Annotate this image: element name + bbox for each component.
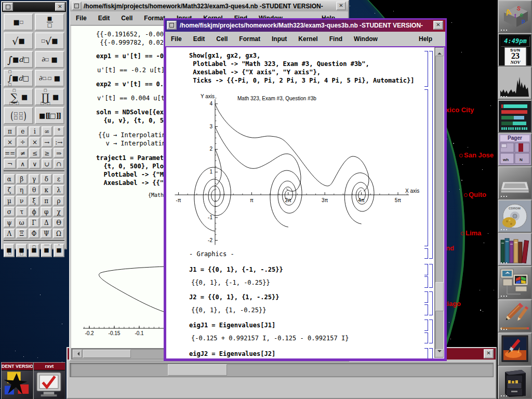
cell-bracket[interactable]	[429, 348, 433, 360]
scrollbar-thumb[interactable]	[168, 364, 227, 376]
symbol-button[interactable]: ÷	[17, 137, 28, 147]
greek-letter-button[interactable]: Ψ	[41, 229, 52, 238]
menu-item[interactable]: Find	[324, 35, 348, 43]
greek-letter-button[interactable]: ρ	[53, 196, 64, 206]
greek-letter-button[interactable]: μ	[4, 196, 15, 206]
iconified-mathematica[interactable]: DENT VERSION	[1, 362, 33, 399]
paint-tile[interactable]	[498, 332, 532, 366]
greek-letter-button[interactable]: η	[16, 185, 28, 195]
symbol-button[interactable]: ∩	[54, 159, 64, 169]
scroll-left-icon[interactable]	[73, 350, 82, 358]
power-button[interactable]: ■□	[4, 14, 33, 31]
symbol-button[interactable]: e	[17, 126, 28, 136]
menu-item[interactable]: Format	[233, 35, 266, 43]
overhat-button[interactable]: ■ˆ	[54, 244, 64, 257]
greek-letter-button[interactable]: δ	[41, 174, 52, 184]
greek-letter-button[interactable]: ζ	[4, 185, 15, 195]
cell-bracket[interactable]	[424, 276, 428, 288]
second-partial-button[interactable]: ∂□,□ ■	[35, 70, 64, 87]
vertical-scrollbar[interactable]	[434, 47, 444, 358]
cell-bracket[interactable]	[424, 248, 428, 259]
greek-letter-button[interactable]: Λ	[4, 229, 15, 238]
afterstep-logo-tile[interactable]: A S t e p	[498, 0, 532, 33]
close-icon[interactable]: ✕	[55, 3, 65, 11]
definite-integral-button[interactable]: □∫□■d□	[4, 70, 33, 87]
load-monitor-tile[interactable]	[498, 66, 532, 100]
symbol-button[interactable]: ==	[4, 148, 16, 158]
cell-bracket[interactable]	[429, 291, 433, 315]
pager-tile[interactable]: Pager wh N	[498, 133, 532, 166]
fraction-button[interactable]: ■□	[35, 14, 64, 31]
symbol-button[interactable]: ∧	[17, 159, 28, 169]
greek-letter-button[interactable]: Δ	[41, 218, 52, 228]
cell-bracket[interactable]	[429, 51, 433, 259]
symbol-button[interactable]: °	[54, 126, 64, 136]
subscript-button[interactable]: ■□	[4, 244, 15, 257]
symbol-button[interactable]: ∞	[42, 126, 52, 136]
network-tile[interactable]	[498, 266, 532, 299]
sum-button[interactable]: □∑□=□ ■	[4, 88, 33, 105]
menu-item[interactable]: Kernel	[292, 35, 323, 43]
menu-item[interactable]: File	[70, 15, 92, 22]
scroll-up-icon[interactable]	[435, 48, 444, 56]
symbol-button[interactable]: ≥	[42, 148, 52, 158]
cell-bracket[interactable]	[424, 51, 428, 87]
menu-item[interactable]: Cell	[210, 35, 233, 43]
scrollbar-thumb[interactable]	[83, 350, 131, 358]
scrollbar-thumb[interactable]	[435, 282, 444, 311]
close-icon[interactable]: ✕	[336, 2, 346, 10]
window-menu-icon[interactable]	[167, 21, 177, 30]
greek-letter-button[interactable]: φ	[41, 207, 52, 217]
menu-item[interactable]: Edit	[92, 15, 116, 22]
symbol-button[interactable]: ¬	[4, 159, 16, 169]
menu-item[interactable]: Window	[348, 35, 383, 43]
greek-letter-button[interactable]: θ	[29, 185, 40, 195]
greek-letter-button[interactable]: ν	[16, 196, 28, 206]
sqrt-button[interactable]: √■	[4, 32, 33, 49]
cell-bracket[interactable]	[424, 320, 428, 331]
scroll-down-icon[interactable]	[435, 349, 444, 357]
symbol-button[interactable]: ∪	[42, 159, 52, 169]
close-icon[interactable]: ✕	[433, 21, 443, 30]
greek-letter-button[interactable]: ω	[16, 218, 28, 228]
horizontal-scrollbar[interactable]	[70, 363, 494, 377]
cell-bracket[interactable]	[424, 264, 428, 275]
partial-derivative-button[interactable]: ∂□ ■	[35, 51, 64, 68]
symbol-button[interactable]: ⇒	[54, 148, 64, 158]
greek-letter-button[interactable]: ϕ	[29, 207, 40, 217]
integral-button[interactable]: ∫■d□	[4, 51, 33, 68]
menu-item[interactable]: Cell	[115, 15, 138, 22]
symbol-button[interactable]: ≠	[17, 148, 28, 158]
greek-letter-button[interactable]: Θ	[53, 218, 64, 228]
iconified-rxvt[interactable]: rxvt	[33, 362, 65, 399]
window-titlebar[interactable]: /home/fiskjm/projects/homework/Math323/e…	[70, 1, 348, 11]
greek-letter-button[interactable]: β	[16, 174, 28, 184]
greek-letter-button[interactable]: Φ	[29, 229, 40, 238]
greek-letter-button[interactable]: Ω	[53, 229, 64, 238]
greek-letter-button[interactable]: σ	[4, 207, 15, 217]
greek-letter-button[interactable]: ε	[53, 174, 64, 184]
symbol-button[interactable]: ≤	[29, 148, 40, 158]
greek-letter-button[interactable]: τ	[16, 207, 28, 217]
cell-bracket[interactable]	[424, 332, 428, 343]
books-tile[interactable]	[498, 233, 532, 266]
greek-letter-button[interactable]: Γ	[29, 218, 40, 228]
greek-letter-button[interactable]: κ	[41, 185, 52, 195]
symbol-button[interactable]: i	[29, 126, 40, 136]
menu-item[interactable]: Edit	[188, 35, 211, 43]
palette-titlebar[interactable]: ✕	[2, 2, 66, 12]
cell-bracket[interactable]	[424, 348, 428, 360]
cdrom-tile[interactable]: CDROM	[498, 200, 532, 233]
symbol-button[interactable]: ∨	[29, 159, 40, 169]
menu-item[interactable]: Input	[266, 35, 292, 43]
symbol-button[interactable]: →	[42, 137, 52, 147]
greek-letter-button[interactable]: λ	[53, 185, 64, 195]
cell-bracket[interactable]	[429, 320, 433, 343]
greek-letter-button[interactable]: Ξ	[16, 229, 28, 238]
matrix-button[interactable]: (□ □ □ □)	[4, 107, 33, 124]
greek-letter-button[interactable]: γ	[29, 174, 40, 184]
meters-tile[interactable]	[498, 100, 532, 133]
product-button[interactable]: □∏□=□ ■	[35, 88, 64, 105]
tray-tile[interactable]	[498, 166, 532, 200]
window-menu-icon[interactable]	[3, 3, 13, 11]
